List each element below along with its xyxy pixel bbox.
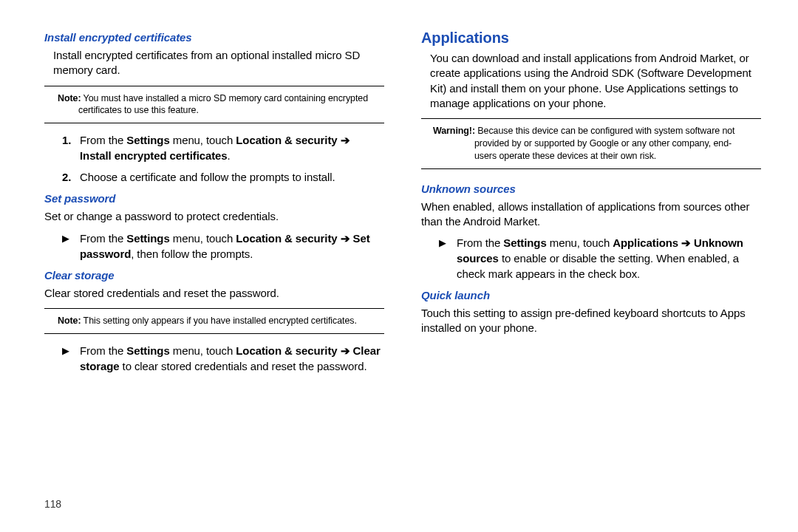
triangle-bullet-icon: ▶ — [62, 232, 69, 245]
step-1: 1. From the Settings menu, touch Locatio… — [62, 132, 384, 163]
warning-label: Warning!: — [433, 126, 475, 136]
triangle-bullet-icon: ▶ — [439, 236, 446, 250]
heading-applications: Applications — [421, 30, 761, 47]
para-unknown-sources: When enabled, allows installation of app… — [421, 200, 761, 230]
heading-unknown-sources: Unknown sources — [421, 183, 761, 195]
arrow-icon: ➔ — [341, 344, 350, 357]
bullet-text: From the Settings menu, touch Location &… — [80, 344, 381, 372]
left-column: Install encrypted certificates Install e… — [44, 30, 384, 381]
warning-applications: Warning!: Because this device can be con… — [421, 118, 761, 169]
step-text: Choose a certificate and follow the prom… — [80, 171, 335, 183]
warning-text: Because this device can be configured wi… — [474, 126, 735, 161]
heading-set-password: Set password — [44, 192, 384, 205]
right-column: Applications You can download and instal… — [421, 30, 761, 381]
note-label: Note: — [58, 93, 81, 103]
bullet-text: From the Settings menu, touch Applicatio… — [457, 236, 743, 280]
note-text: You must have installed a micro SD memor… — [78, 93, 368, 116]
para-quick-launch: Touch this setting to assign pre-defined… — [421, 306, 761, 336]
step-number: 1. — [62, 132, 71, 148]
step-2: 2. Choose a certificate and follow the p… — [62, 169, 384, 185]
para-applications: You can download and install application… — [430, 51, 761, 111]
heading-quick-launch: Quick launch — [421, 289, 761, 301]
steps-install-encrypted: 1. From the Settings menu, touch Locatio… — [62, 132, 384, 185]
bullet-item: ▶ From the Settings menu, touch Applicat… — [439, 235, 761, 282]
bullet-item: ▶ From the Settings menu, touch Location… — [62, 231, 384, 262]
step-text: From the Settings menu, touch Location &… — [80, 134, 350, 162]
heading-install-encrypted-certificates: Install encrypted certificates — [44, 31, 384, 44]
arrow-icon: ➔ — [681, 236, 691, 249]
para-set-password: Set or change a password to protect cred… — [44, 209, 384, 224]
arrow-icon: ➔ — [341, 232, 350, 245]
bullet-item: ▶ From the Settings menu, touch Location… — [62, 343, 384, 374]
two-column-layout: Install encrypted certificates Install e… — [44, 30, 761, 381]
note-clear-storage: Note: This setting only appears if you h… — [44, 308, 384, 334]
bullets-unknown-sources: ▶ From the Settings menu, touch Applicat… — [439, 235, 761, 282]
bullets-set-password: ▶ From the Settings menu, touch Location… — [62, 231, 384, 262]
arrow-icon: ➔ — [341, 134, 350, 146]
para-clear-storage: Clear stored credentials and reset the p… — [44, 286, 384, 301]
note-install-encrypted: Note: You must have installed a micro SD… — [44, 86, 384, 124]
step-number: 2. — [62, 169, 71, 185]
triangle-bullet-icon: ▶ — [62, 344, 69, 358]
bullets-clear-storage: ▶ From the Settings menu, touch Location… — [62, 343, 384, 374]
note-label: Note: — [58, 316, 81, 326]
bullet-text: From the Settings menu, touch Location &… — [80, 232, 370, 260]
note-text: This setting only appears if you have in… — [81, 316, 356, 326]
page-number: 118 — [44, 498, 61, 510]
heading-clear-storage: Clear storage — [44, 269, 384, 282]
para-install-encrypted: Install encrypted certificates from an o… — [53, 48, 384, 78]
